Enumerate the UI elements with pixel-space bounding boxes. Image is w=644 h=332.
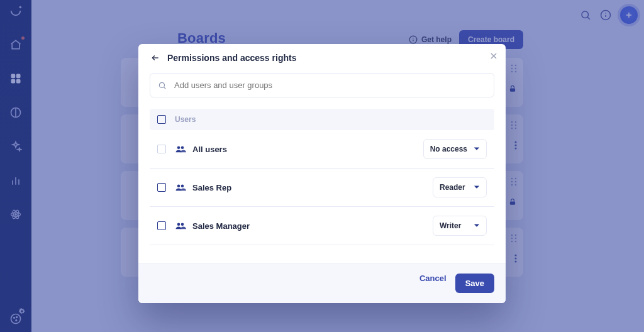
close-icon[interactable]	[489, 52, 498, 60]
modal-footer: Cancel Save	[138, 263, 506, 303]
user-name: All users	[192, 145, 227, 154]
role-value: No access	[430, 145, 467, 153]
svg-point-70	[181, 223, 184, 226]
chevron-down-icon	[474, 185, 480, 190]
svg-point-69	[177, 223, 180, 226]
svg-point-66	[181, 147, 184, 150]
table-header: Users	[150, 109, 494, 130]
table-row: Sales Rep Reader	[150, 169, 494, 207]
search-icon	[158, 81, 167, 90]
svg-point-65	[177, 147, 180, 150]
group-icon	[175, 221, 186, 230]
role-select[interactable]: Writer	[433, 216, 487, 236]
table-row: All users No access	[150, 130, 494, 169]
user-name: Sales Rep	[192, 183, 231, 192]
svg-line-64	[164, 87, 166, 89]
chevron-down-icon	[474, 147, 480, 152]
save-button[interactable]: Save	[455, 274, 494, 293]
row-checkbox[interactable]	[157, 221, 166, 230]
column-users-label: Users	[175, 115, 196, 124]
svg-point-67	[177, 185, 180, 188]
group-icon	[175, 145, 186, 153]
svg-point-63	[159, 82, 164, 87]
search-field[interactable]	[150, 73, 494, 97]
role-select[interactable]: Reader	[433, 177, 487, 197]
search-input[interactable]	[173, 80, 486, 91]
back-icon[interactable]	[150, 53, 161, 62]
table-row: Sales Manager Writer	[150, 207, 494, 245]
role-value: Writer	[440, 221, 461, 230]
row-checkbox[interactable]	[157, 145, 166, 153]
svg-point-68	[181, 185, 184, 188]
modal-title: Permissions and access rights	[167, 53, 296, 63]
cancel-button[interactable]: Cancel	[419, 274, 447, 293]
chevron-down-icon	[474, 223, 480, 228]
row-checkbox[interactable]	[157, 183, 166, 192]
group-icon	[175, 183, 186, 192]
users-table: Users All users No access	[150, 109, 494, 245]
role-value: Reader	[440, 183, 465, 192]
user-name: Sales Manager	[192, 221, 250, 231]
select-all-checkbox[interactable]	[157, 115, 166, 124]
role-select[interactable]: No access	[423, 139, 487, 159]
permissions-modal: Permissions and access rights Users All …	[138, 44, 506, 303]
